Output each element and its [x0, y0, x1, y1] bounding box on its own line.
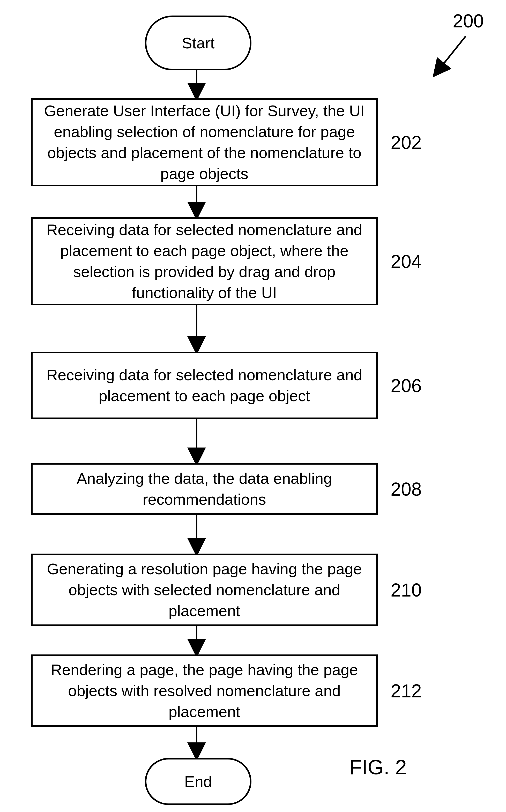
start-text: Start	[182, 34, 215, 52]
start-terminator: Start	[145, 15, 251, 70]
process-step-202-ref: 202	[391, 132, 422, 153]
process-step-206-ref: 206	[391, 375, 422, 396]
process-step-204: Receiving data for selected nomenclature…	[31, 217, 378, 305]
process-step-208-text: Analyzing the data, the data enabling re…	[43, 468, 366, 510]
process-step-208-ref: 208	[391, 478, 422, 500]
process-step-206: Receiving data for selected nomenclature…	[31, 352, 378, 419]
process-step-202-text: Generate User Interface (UI) for Survey,…	[43, 100, 366, 184]
process-step-208: Analyzing the data, the data enabling re…	[31, 463, 378, 515]
svg-line-0	[435, 36, 466, 75]
process-step-210-text: Generating a resolution page having the …	[43, 558, 366, 621]
process-step-204-text: Receiving data for selected nomenclature…	[43, 219, 366, 303]
process-step-202: Generate User Interface (UI) for Survey,…	[31, 98, 378, 186]
flowchart-canvas: 200 Start Generate User Interface (UI) f…	[0, 0, 506, 812]
process-step-210-ref: 210	[391, 579, 422, 601]
end-terminator: End	[145, 758, 251, 805]
process-step-210: Generating a resolution page having the …	[31, 554, 378, 626]
process-step-204-ref: 204	[391, 251, 422, 272]
diagram-ref-label: 200	[453, 10, 484, 31]
process-step-212: Rendering a page, the page having the pa…	[31, 654, 378, 727]
process-step-206-text: Receiving data for selected nomenclature…	[43, 364, 366, 407]
process-step-212-text: Rendering a page, the page having the pa…	[43, 659, 366, 722]
figure-label: FIG. 2	[349, 755, 407, 779]
end-text: End	[184, 773, 212, 791]
process-step-212-ref: 212	[391, 680, 422, 702]
